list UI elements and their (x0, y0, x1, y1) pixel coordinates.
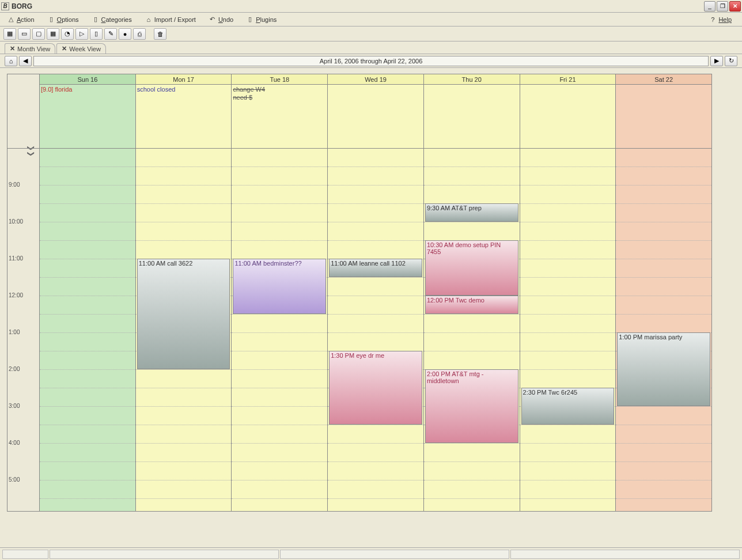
appointment[interactable]: 1:30 PM eye dr me (329, 351, 422, 425)
grid-line (616, 314, 711, 315)
toolbar-button-0[interactable]: ▦ (3, 28, 16, 40)
menu-icon: ▯ (92, 16, 100, 24)
grid-line (40, 406, 135, 407)
day-header[interactable]: Fri 21 (520, 74, 616, 85)
day-column[interactable]: 1:00 PM marissa party (615, 148, 711, 511)
menu-action[interactable]: △Action (2, 14, 39, 25)
toolbar-button-10[interactable]: 🗑 (154, 28, 166, 40)
menu-label: Undo (218, 16, 233, 23)
nav-prev-button[interactable]: ◀ (19, 56, 32, 66)
day-column[interactable]: 9:30 AM AT&T prep10:30 AM demo setup PIN… (423, 148, 520, 511)
day-header[interactable]: Wed 19 (327, 74, 423, 85)
grid-line (40, 388, 135, 388)
grid-line (616, 461, 711, 462)
day-header[interactable]: Sat 22 (615, 74, 711, 85)
day-header[interactable]: Thu 20 (423, 74, 520, 85)
allday-cell[interactable] (423, 85, 520, 148)
toolbar-button-2[interactable]: ▢ (32, 28, 45, 40)
toolbar-button-7[interactable]: ✎ (104, 28, 117, 40)
day-header[interactable]: Sun 16 (40, 74, 135, 85)
grid-line (424, 332, 520, 333)
close-button[interactable]: ✕ (729, 1, 741, 12)
grid-line (40, 480, 135, 480)
tab-close-icon[interactable]: ✕ (62, 45, 67, 52)
appointment[interactable]: 11:00 AM bedminster?? (233, 259, 326, 314)
toolbar-button-5[interactable]: ▷ (75, 28, 88, 40)
allday-cell[interactable]: change W4need $ (231, 85, 327, 148)
grid-line (136, 498, 232, 499)
menu-categories[interactable]: ▯Categories (87, 14, 137, 25)
grid-line (40, 425, 135, 425)
toolbar-button-4[interactable]: ◔ (61, 28, 74, 40)
allday-cell[interactable] (327, 85, 423, 148)
allday-event[interactable]: need $ (233, 94, 252, 101)
tab-close-icon[interactable]: ✕ (10, 45, 15, 52)
minimize-button[interactable]: _ (704, 1, 716, 12)
toolbar-button-3[interactable]: ▦ (47, 28, 59, 40)
toolbar-button-9[interactable]: ⎙ (133, 28, 146, 40)
day-header-row: Sun 16Mon 17Tue 18Wed 19Thu 20Fri 21Sat … (40, 74, 711, 85)
menu-undo[interactable]: ↶Undo (204, 14, 238, 25)
grid-line (616, 406, 711, 407)
menu-import-export[interactable]: ⌂Import / Export (140, 14, 200, 25)
menu-label: Action (17, 16, 35, 23)
hour-label: 3:00 (9, 403, 20, 409)
allday-event[interactable]: [9.0] florida (41, 86, 72, 93)
menu-plugins[interactable]: ▯Plugins (241, 14, 281, 25)
day-column[interactable]: 11:00 AM call 3622 (135, 148, 232, 511)
allday-cell[interactable]: [9.0] florida (40, 85, 135, 148)
grid-line (232, 314, 327, 315)
allday-event[interactable]: school closed (137, 86, 176, 93)
expand-chevron-icon[interactable]: ❯❯ (27, 145, 35, 157)
grid-line (520, 351, 616, 351)
toolbar-button-1[interactable]: ▭ (18, 28, 31, 40)
day-column[interactable]: 11:00 AM leanne call 11021:30 PM eye dr … (327, 148, 423, 511)
grid-line (232, 406, 327, 407)
appointment[interactable]: 12:00 PM Twc demo (425, 296, 518, 314)
day-column[interactable]: 2:30 PM Twc 6r245 (520, 148, 616, 511)
appointment[interactable]: 10:30 AM demo setup PIN 7455 (425, 240, 518, 296)
menu-options[interactable]: ▯Options (43, 14, 84, 25)
tab-month-view[interactable]: ✕Month View (5, 43, 55, 54)
grid-line (616, 498, 711, 499)
status-seg (50, 550, 279, 559)
grid-line (616, 296, 711, 296)
grid-line (616, 240, 711, 241)
allday-event[interactable]: change W4 (233, 86, 265, 93)
window-title: BORG (12, 2, 703, 10)
allday-cell[interactable]: school closed (135, 85, 232, 148)
nav-refresh-button[interactable]: ↻ (725, 56, 737, 66)
menu-icon: ⌂ (145, 16, 153, 24)
tab-week-view[interactable]: ✕Week View (56, 43, 106, 54)
toolbar-button-8[interactable]: ● (119, 28, 131, 40)
maximize-button[interactable]: ❐ (717, 1, 728, 12)
nav-next-button[interactable]: ▶ (710, 56, 723, 66)
appointment[interactable]: 2:00 PM AT&T mtg - middletown (425, 369, 518, 443)
grid-line (328, 443, 423, 444)
day-column[interactable]: 11:00 AM bedminster?? (231, 148, 327, 511)
allday-cell[interactable] (520, 85, 616, 148)
appointment[interactable]: 2:30 PM Twc 6r245 (521, 388, 615, 425)
appointment[interactable]: 9:30 AM AT&T prep (425, 203, 518, 222)
menu-help[interactable]: ? Help (704, 14, 736, 25)
allday-cell[interactable] (615, 85, 711, 148)
grid-line (328, 461, 423, 462)
grid-line (424, 480, 520, 480)
status-seg (510, 550, 740, 559)
grid-line (232, 185, 327, 186)
nav-home-button[interactable]: ⌂ (5, 56, 17, 66)
appointment[interactable]: 11:00 AM leanne call 1102 (329, 259, 422, 277)
grid-line (328, 314, 423, 315)
day-header[interactable]: Mon 17 (135, 74, 232, 85)
grid-line (328, 240, 423, 241)
grid-line (520, 222, 616, 222)
toolbar-button-6[interactable]: ▯ (90, 28, 103, 40)
grid-line (520, 314, 616, 315)
appointment[interactable]: 1:00 PM marissa party (617, 332, 710, 406)
grid-line (520, 480, 616, 480)
appointment[interactable]: 11:00 AM call 3622 (137, 259, 230, 369)
day-column[interactable] (40, 148, 135, 511)
grid-line (424, 443, 520, 444)
day-header[interactable]: Tue 18 (231, 74, 327, 85)
grid-line (520, 369, 616, 370)
